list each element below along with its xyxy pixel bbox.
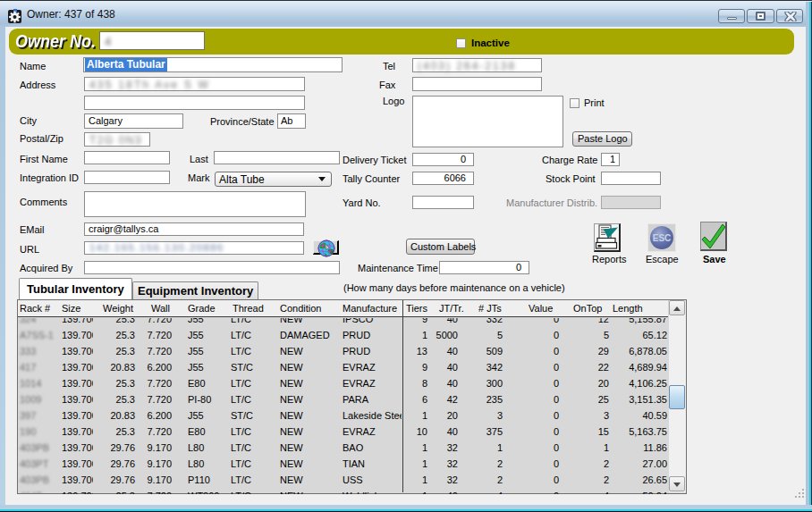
svg-text:ESC: ESC <box>653 233 672 243</box>
